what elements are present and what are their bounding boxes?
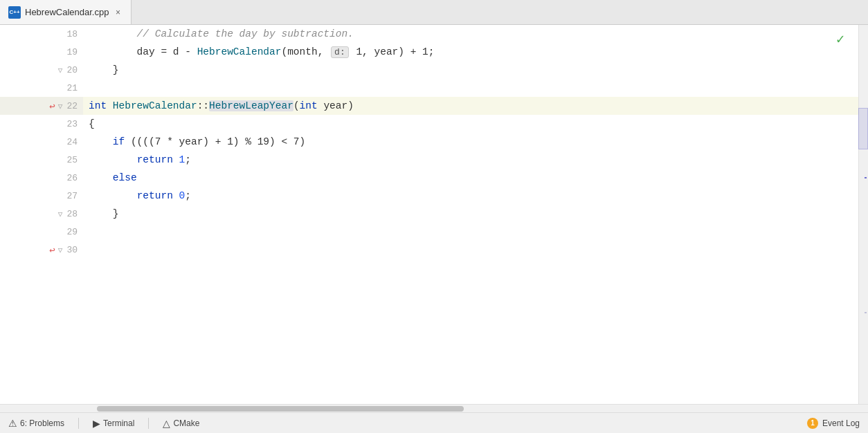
- code-line-30: [83, 241, 858, 259]
- status-bar: ⚠ 6: Problems ▶ Terminal △ CMake 1 Event…: [0, 412, 868, 433]
- table-row: 29: [0, 223, 858, 241]
- event-log-label: Event Log: [822, 418, 860, 428]
- scroll-indicator: [865, 177, 867, 178]
- arrow-icon-22: ↩: [49, 100, 55, 112]
- line-number-30: ↩ ▽ 30: [0, 241, 83, 259]
- cpp-icon: C++: [8, 6, 21, 19]
- line-number-20: ▽ 20: [0, 61, 83, 79]
- table-row: ↩ ▽ 30: [0, 241, 858, 259]
- terminal-icon: ▶: [93, 418, 100, 429]
- code-line-29: [83, 223, 858, 241]
- problems-label: 6: Problems: [20, 418, 64, 428]
- event-log-button[interactable]: 1 Event Log: [804, 416, 862, 430]
- code-line-19: day = d - HebrewCalendar(month, d: 1, ye…: [83, 43, 858, 61]
- table-row: 26 else: [0, 169, 858, 187]
- terminal-label: Terminal: [103, 418, 134, 428]
- problems-button[interactable]: ⚠ 6: Problems: [6, 416, 67, 430]
- line-number-26: 26: [0, 169, 83, 187]
- code-line-27: return 0;: [83, 187, 858, 205]
- table-row: ↩ ▽ 22 int HebrewCalendar::HebrewLeapYea…: [0, 97, 858, 115]
- table-row: ▽ 20 }: [0, 61, 858, 79]
- line-number-24: 24: [0, 133, 83, 151]
- cmake-button[interactable]: △ CMake: [160, 416, 202, 430]
- table-row: 18 // Calculate the day by subtraction.: [0, 25, 858, 43]
- line-number-29: 29: [0, 223, 83, 241]
- line-number-27: 27: [0, 187, 83, 205]
- code-line-25: return 1;: [83, 151, 858, 169]
- line-number-21: 21: [0, 79, 83, 97]
- table-row: 21: [0, 79, 858, 97]
- code-line-20: }: [83, 61, 858, 79]
- scrollbar-thumb[interactable]: [858, 108, 868, 149]
- horizontal-scrollbar[interactable]: [0, 404, 868, 412]
- tab-filename: HebrewCalendar.cpp: [25, 7, 109, 17]
- line-number-28: ▽ 28: [0, 205, 83, 223]
- line-number-22: ↩ ▽ 22: [0, 97, 83, 115]
- arrow-icon-30: ↩: [49, 244, 55, 256]
- table-row: 25 return 1;: [0, 151, 858, 169]
- code-line-18: // Calculate the day by subtraction.: [83, 25, 858, 43]
- table-row: ▽ 28 }: [0, 205, 858, 223]
- cmake-label: CMake: [173, 418, 199, 428]
- separator-1: [78, 418, 79, 429]
- checkmark-icon: ✓: [836, 30, 844, 48]
- code-line-28: }: [83, 205, 858, 223]
- code-line-22: int HebrewCalendar::HebrewLeapYear(int y…: [83, 97, 858, 115]
- warning-icon: ⚠: [8, 418, 17, 429]
- code-lines: 18 // Calculate the day by subtraction. …: [0, 25, 858, 404]
- terminal-button[interactable]: ▶ Terminal: [90, 416, 137, 430]
- table-row: 27 return 0;: [0, 187, 858, 205]
- editor-area: 18 // Calculate the day by subtraction. …: [0, 25, 868, 404]
- code-line-23: {: [83, 115, 858, 133]
- line-number-19: 19: [0, 43, 83, 61]
- tab-close-button[interactable]: ×: [113, 8, 123, 17]
- vertical-scrollbar[interactable]: [858, 25, 868, 404]
- h-scrollbar-thumb[interactable]: [97, 406, 464, 412]
- table-row: 19 day = d - HebrewCalendar(month, d: 1,…: [0, 43, 858, 61]
- code-line-26: else: [83, 169, 858, 187]
- code-line-24: if ((((7 * year) + 1) % 19) < 7): [83, 133, 858, 151]
- table-row: 23 {: [0, 115, 858, 133]
- cmake-icon: △: [163, 418, 170, 429]
- code-line-21: [83, 79, 858, 97]
- separator-2: [148, 418, 149, 429]
- scroll-indicator-2: [865, 312, 867, 313]
- line-number-18: 18: [0, 25, 83, 43]
- table-row: 24 if ((((7 * year) + 1) % 19) < 7): [0, 133, 858, 151]
- file-tab[interactable]: C++ HebrewCalendar.cpp ×: [0, 0, 132, 24]
- line-number-23: 23: [0, 115, 83, 133]
- event-log-badge: 1: [807, 418, 818, 429]
- tab-bar: C++ HebrewCalendar.cpp ×: [0, 0, 868, 25]
- line-number-25: 25: [0, 151, 83, 169]
